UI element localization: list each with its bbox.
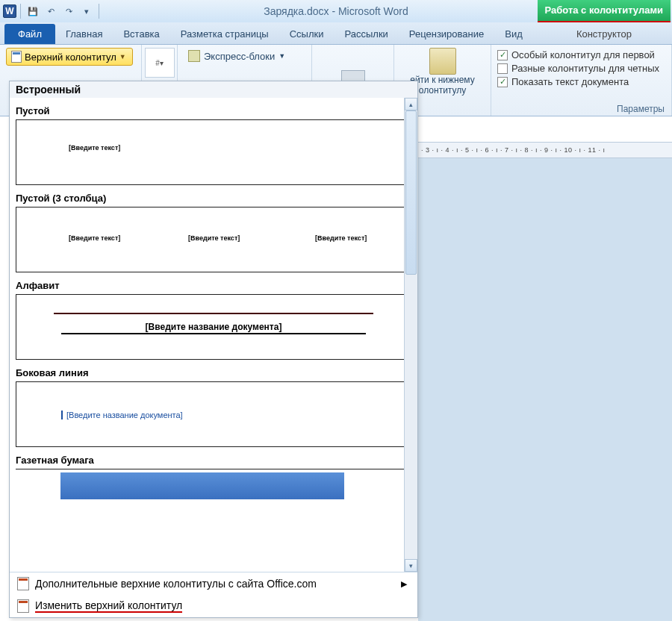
- gallery-body: Пустой [Введите текст] Пустой (3 столбца…: [10, 98, 417, 572]
- scroll-down-icon[interactable]: ▾: [405, 559, 417, 572]
- checkbox-icon: [497, 63, 508, 74]
- placeholder-text: [Введите текст]: [69, 144, 120, 152]
- go-to-footer-icon[interactable]: [429, 48, 456, 75]
- gallery-cat-sideline: Боковая линия: [16, 367, 411, 378]
- gallery-scrollbar[interactable]: ▴ ▾: [404, 98, 417, 572]
- scroll-up-icon[interactable]: ▴: [405, 98, 417, 110]
- qat-separator: [20, 4, 21, 19]
- placeholder-title: [Введите название документа]: [61, 411, 183, 419]
- chk-label-2: Разные колонтитулы для четных: [511, 63, 659, 74]
- quick-access-toolbar: W 💾 ↶ ↷ ▾: [0, 3, 102, 19]
- checkbox-first-page[interactable]: Особый колонтитул для первой: [497, 49, 665, 60]
- undo-icon[interactable]: ↶: [43, 3, 59, 19]
- page-icon: [17, 577, 29, 590]
- tab-design[interactable]: Конструктор: [566, 24, 642, 44]
- checkbox-icon: [497, 77, 508, 87]
- menu-label: Дополнительные верхние колонтитулы с сай…: [35, 578, 317, 590]
- tab-view[interactable]: Вид: [494, 24, 533, 44]
- go-to-footer-label-2: олонтитулу: [419, 85, 466, 96]
- word-app-icon[interactable]: W: [3, 4, 16, 18]
- gallery-item-empty3[interactable]: [Введите текст] [Введите текст] [Введите…: [16, 207, 411, 272]
- header-gallery-dropdown: Встроенный Пустой [Введите текст] Пустой…: [9, 81, 418, 618]
- tab-home[interactable]: Главная: [55, 24, 113, 44]
- decor-blue-bar: [60, 472, 344, 499]
- horizontal-ruler[interactable]: · 3 · ı · 4 · ı · 5 · ı · 6 · ı · 7 · ı …: [418, 142, 672, 158]
- tab-layout[interactable]: Разметка страницы: [170, 24, 279, 44]
- checkbox-icon: [497, 50, 508, 60]
- gallery-footer: Дополнительные верхние колонтитулы с сай…: [10, 572, 417, 617]
- checkbox-show-text[interactable]: Показать текст документа: [497, 76, 665, 87]
- express-label: Экспресс-блоки: [204, 51, 275, 62]
- tab-mailings[interactable]: Рассылки: [335, 24, 399, 44]
- decor-line: [54, 313, 373, 314]
- placeholder-text: [Введите текст]: [188, 234, 240, 242]
- qat-customize-caret-icon[interactable]: ▾: [78, 3, 95, 19]
- chk-label-3: Показать текст документа: [511, 76, 629, 87]
- tab-review[interactable]: Рецензирование: [399, 24, 494, 44]
- redo-icon[interactable]: ↷: [60, 3, 77, 19]
- gallery-item-newsprint[interactable]: [16, 469, 411, 506]
- tab-insert[interactable]: Вставка: [113, 24, 169, 44]
- caret-down-icon: ▼: [119, 53, 126, 60]
- gallery-section-builtin: Встроенный: [10, 81, 417, 98]
- ribbon-tabs: Файл Главная Вставка Разметка страницы С…: [0, 22, 672, 45]
- placeholder-title: [Введите название документа]: [61, 322, 366, 334]
- gallery-item-empty[interactable]: [Введите текст]: [16, 119, 411, 185]
- placeholder-text: [Введите текст]: [69, 234, 120, 242]
- go-to-footer-label-1: ейти к нижнему: [410, 75, 475, 85]
- caret-down-icon: ▼: [279, 52, 285, 60]
- chk-label-1: Особый колонтитул для первой: [511, 49, 655, 60]
- qat-separator: [99, 4, 99, 19]
- page-number-dropdown[interactable]: #▾: [145, 48, 175, 78]
- document-canvas[interactable]: [418, 158, 672, 621]
- placeholder-text: [Введите текст]: [315, 234, 367, 242]
- page-icon: [17, 599, 29, 613]
- page-header-icon: [11, 51, 22, 63]
- gallery-item-sideline[interactable]: [Введите название документа]: [16, 381, 411, 447]
- tab-references[interactable]: Ссылки: [279, 24, 335, 44]
- contextual-tab-header[interactable]: Работа с колонтитулами: [538, 0, 671, 22]
- gallery-cat-newsprint: Газетная бумага: [16, 455, 411, 466]
- menu-edit-header[interactable]: Изменить верхний колонтитул: [10, 595, 417, 617]
- title-bar: W 💾 ↶ ↷ ▾ Зарядка.docx - Microsoft Word …: [0, 0, 672, 22]
- menu-more-from-office[interactable]: Дополнительные верхние колонтитулы с сай…: [10, 572, 417, 595]
- menu-label: Изменить верхний колонтитул: [35, 599, 182, 613]
- gallery-cat-empty3: Пустой (3 столбца): [16, 193, 411, 204]
- header-dropdown-button[interactable]: Верхний колонтитул ▼: [6, 48, 133, 66]
- gallery-cat-empty: Пустой: [16, 105, 411, 116]
- gallery-item-alpha[interactable]: [Введите название документа]: [16, 294, 411, 360]
- tab-file[interactable]: Файл: [4, 24, 55, 44]
- building-blocks-icon: [188, 50, 200, 62]
- express-blocks-button[interactable]: Экспресс-блоки ▼: [184, 48, 305, 64]
- group-label-params: Параметры: [617, 104, 665, 114]
- save-icon[interactable]: 💾: [25, 3, 41, 19]
- gallery-cat-alpha: Алфавит: [16, 280, 411, 291]
- checkbox-odd-even[interactable]: Разные колонтитулы для четных: [497, 63, 665, 74]
- scroll-thumb[interactable]: [405, 110, 417, 275]
- submenu-arrow-icon: ▶: [401, 579, 407, 589]
- header-button-label: Верхний колонтитул: [25, 52, 116, 63]
- ribbon-group-options: Особый колонтитул для первой Разные коло…: [491, 45, 672, 116]
